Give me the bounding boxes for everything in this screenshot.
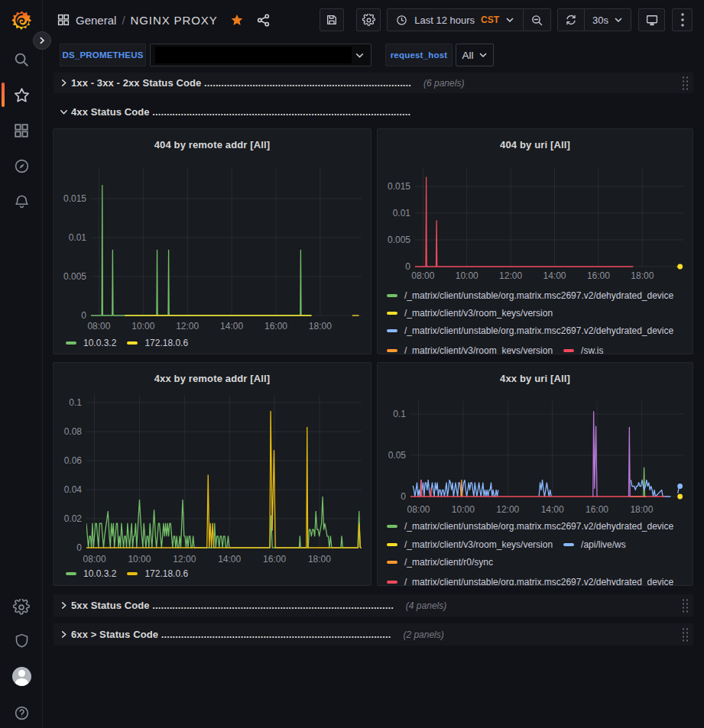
legend-item[interactable]: /sw.js: [563, 345, 603, 354]
row-title: 6xx > Status Code ......................…: [71, 629, 391, 640]
row-6xx[interactable]: 6xx > Status Code ......................…: [54, 623, 693, 645]
legend-item[interactable]: /api/live/ws: [563, 539, 626, 550]
legend-row: /_matrix/client/unstable/org.matrix.msc2…: [387, 325, 693, 337]
breadcrumb-section[interactable]: General: [76, 14, 116, 27]
favorite-star-icon[interactable]: [230, 13, 244, 27]
svg-text:08:00: 08:00: [411, 270, 434, 281]
alerting-nav-icon[interactable]: [0, 193, 43, 209]
legend-item[interactable]: 10.0.3.2: [66, 568, 116, 579]
navbar-actions: Last 12 hours CST: [320, 8, 693, 31]
user-avatar[interactable]: [0, 666, 43, 686]
row-collapse-icon: [59, 108, 68, 116]
svg-text:0: 0: [405, 261, 410, 272]
legend-series-color: [66, 341, 76, 345]
panel-4xx-by-remote-addr-all-[interactable]: 4xx by remote addr [All]00.020.040.060.0…: [53, 362, 371, 586]
legend-item[interactable]: /_matrix/client/r0/sync: [387, 557, 493, 568]
svg-text:18:00: 18:00: [630, 504, 653, 515]
legend-series-color: [387, 349, 397, 352]
breadcrumb: General / NGINX PROXY: [57, 0, 271, 40]
row-panel-count: (2 panels): [403, 629, 443, 640]
svg-text:14:00: 14:00: [541, 504, 564, 515]
legend-item[interactable]: /_matrix/client/unstable/org.matrix.msc2…: [387, 325, 673, 336]
time-range-picker[interactable]: Last 12 hours CST: [387, 8, 524, 31]
legend-row: /_matrix/client/v3/room_keys/version/api…: [387, 539, 693, 551]
svg-text:08:00: 08:00: [87, 321, 110, 332]
server-admin-nav-icon[interactable]: [0, 632, 43, 649]
legend-item[interactable]: /_matrix/client/unstable/org.matrix.msc2…: [387, 577, 673, 586]
configuration-nav-icon[interactable]: [0, 599, 43, 616]
legend-item[interactable]: /_matrix/client/v3/room_keys/version: [387, 539, 553, 550]
legend-series-color: [127, 572, 138, 575]
legend-item[interactable]: /_matrix/client/unstable/org.matrix.msc2…: [387, 521, 673, 532]
variable-value-text: All: [462, 50, 473, 61]
svg-text:14:00: 14:00: [543, 270, 566, 281]
sidebar-expand-button[interactable]: [33, 31, 51, 50]
legend-series-color: [387, 561, 397, 564]
dashboard-settings-button[interactable]: [356, 8, 381, 31]
save-dashboard-button[interactable]: [320, 8, 344, 31]
legend-row: /_matrix/client/unstable/org.matrix.msc2…: [387, 290, 693, 302]
row-1xx-3xx-2xx[interactable]: 1xx - 3xx - 2xx Status Code ............…: [54, 73, 693, 93]
legend-item[interactable]: 10.0.3.2: [66, 338, 116, 348]
row-title: 1xx - 3xx - 2xx Status Code ............…: [71, 77, 411, 89]
legend-series-label: /_matrix/client/unstable/org.matrix.msc2…: [404, 290, 673, 301]
svg-text:14:00: 14:00: [218, 554, 241, 565]
legend-item[interactable]: /_matrix/client/v3/room_keys/version: [387, 308, 553, 319]
row-4xx[interactable]: 4xx Status Code ........................…: [54, 101, 693, 122]
svg-text:16:00: 16:00: [586, 504, 608, 515]
svg-text:0.05: 0.05: [388, 450, 407, 461]
panel-4xx-by-uri-all-[interactable]: 4xx by uri [All]00.050.108:0010:0012:001…: [377, 362, 693, 586]
grafana-logo[interactable]: [0, 10, 43, 30]
svg-text:0.1: 0.1: [69, 397, 82, 408]
row-5xx[interactable]: 5xx Status Code ........................…: [54, 594, 693, 616]
row-drag-handle[interactable]: [683, 628, 688, 641]
variable-label-request-host[interactable]: request_host: [385, 44, 453, 66]
panel-404-by-remote-addr-all-[interactable]: 404 by remote addr [All]00.0050.010.0150…: [53, 128, 371, 354]
legend-row: 10.0.3.2172.18.0.6: [66, 568, 371, 580]
row-drag-handle[interactable]: [683, 76, 688, 89]
svg-text:12:00: 12:00: [496, 504, 519, 515]
explore-nav-icon[interactable]: [0, 157, 43, 174]
legend-row: /_matrix/client/v3/room_keys/version/sw.…: [387, 345, 693, 354]
variable-value-request-host[interactable]: All: [456, 44, 494, 66]
legend-series-label: /_matrix/client/r0/sync: [404, 557, 493, 568]
zoom-out-button[interactable]: [524, 8, 551, 31]
dashboards-nav-icon[interactable]: [0, 121, 43, 140]
svg-text:16:00: 16:00: [587, 270, 610, 281]
legend-item[interactable]: 172.18.0.6: [127, 338, 188, 348]
legend-series-label: 10.0.3.2: [83, 568, 116, 579]
variable-value-ds-prometheus[interactable]: [150, 44, 371, 66]
dashboard-title[interactable]: NGINX PROXY: [131, 14, 218, 27]
legend-item[interactable]: 172.18.0.6: [127, 568, 188, 579]
svg-text:0.01: 0.01: [69, 232, 87, 243]
kebab-menu-button[interactable]: [672, 8, 693, 31]
starred-nav-icon[interactable]: [0, 86, 43, 104]
svg-text:16:00: 16:00: [264, 321, 287, 332]
search-icon[interactable]: [0, 50, 43, 69]
legend-series-color: [563, 349, 574, 352]
svg-text:10:00: 10:00: [452, 504, 475, 515]
legend-item[interactable]: /_matrix/client/unstable/org.matrix.msc2…: [387, 290, 673, 301]
cycle-view-mode-button[interactable]: [638, 8, 665, 31]
timezone-label: CST: [481, 15, 499, 25]
legend-series-label: /_matrix/client/v3/room_keys/version: [404, 539, 553, 550]
top-navbar: General / NGINX PROXY: [43, 0, 704, 40]
legend-series-label: /_matrix/client/unstable/org.matrix.msc2…: [404, 521, 673, 532]
legend-series-label: /_matrix/client/v3/room_keys/version: [404, 308, 553, 319]
help-nav-icon[interactable]: [0, 704, 43, 721]
legend-item[interactable]: /_matrix/client/v3/room_keys/version: [387, 345, 553, 354]
legend-series-color: [127, 341, 138, 345]
legend-series-label: /sw.js: [581, 345, 603, 354]
refresh-button[interactable]: [557, 8, 585, 31]
variable-label-ds-prometheus[interactable]: DS_PROMETHEUS: [60, 44, 146, 66]
row-collapse-icon: [59, 630, 68, 639]
time-range-label: Last 12 hours: [414, 15, 475, 26]
row-panel-count: (6 panels): [423, 78, 464, 89]
svg-text:0.015: 0.015: [63, 193, 86, 204]
share-icon[interactable]: [256, 13, 271, 28]
svg-text:14:00: 14:00: [220, 321, 243, 332]
refresh-interval-picker[interactable]: 30s: [585, 8, 631, 31]
legend-series-color: [66, 572, 76, 575]
row-drag-handle[interactable]: [683, 599, 688, 612]
panel-404-by-uri-all-[interactable]: 404 by uri [All]00.0050.010.01508:0010:0…: [377, 128, 693, 354]
